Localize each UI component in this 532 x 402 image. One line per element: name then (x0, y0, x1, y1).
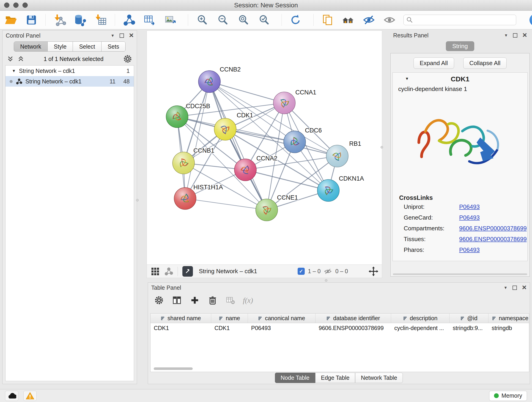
splitter-handle[interactable] (325, 279, 327, 282)
panel-close-icon[interactable]: × (522, 283, 526, 291)
table-row[interactable]: CDK1 CDK1 P06493 9606.ENSP00000378699 cy… (151, 323, 529, 333)
network-node-hist1h1a[interactable] (174, 187, 196, 210)
column-header[interactable]: database identifier (316, 313, 391, 323)
chevrons-down-icon[interactable] (7, 56, 13, 62)
column-header[interactable]: description (391, 313, 450, 323)
hidden-eye-slash-icon[interactable] (324, 267, 332, 275)
network-node-cdc25b[interactable] (166, 106, 188, 128)
home-button[interactable] (342, 13, 355, 27)
tab-select[interactable]: Select (73, 42, 101, 51)
column-header[interactable]: shared name (151, 313, 211, 323)
toggle-columns-button[interactable] (171, 295, 182, 306)
zoom-in-button[interactable] (196, 13, 209, 27)
zoom-out-button[interactable] (216, 13, 229, 27)
grid-view-icon[interactable] (151, 267, 160, 276)
network-node-ccna1[interactable] (273, 92, 295, 114)
import-network-database-button[interactable] (74, 13, 87, 27)
genecard-link[interactable]: P06493 (459, 214, 480, 221)
add-column-button[interactable] (189, 295, 200, 306)
horizontal-scrollbar[interactable] (154, 367, 193, 370)
panel-close-icon[interactable]: × (129, 31, 133, 39)
refresh-button[interactable] (289, 13, 302, 27)
network-view-icon[interactable] (164, 267, 173, 276)
network-edge[interactable] (185, 82, 209, 198)
zoom-window-button[interactable] (22, 2, 28, 8)
export-image-button[interactable] (164, 13, 177, 27)
panel-collapse-icon[interactable]: ▼ (111, 34, 114, 38)
network-node-cdk1[interactable] (214, 118, 236, 140)
save-session-button[interactable] (25, 13, 38, 27)
tab-string[interactable]: String (446, 41, 474, 51)
cell-namespace[interactable]: stringdb (488, 325, 529, 332)
network-node-ccna2[interactable] (234, 159, 256, 181)
function-builder-button[interactable]: f(x) (243, 296, 253, 305)
network-node-rb1[interactable] (326, 145, 348, 167)
chevrons-up-icon[interactable] (18, 56, 24, 62)
minimize-window-button[interactable] (13, 2, 19, 8)
cell-shared-name[interactable]: CDK1 (151, 325, 211, 332)
help-button[interactable]: ? (530, 14, 532, 26)
cloud-button[interactable] (5, 391, 18, 401)
column-header[interactable]: @id (450, 313, 488, 323)
splitter-handle[interactable] (380, 146, 383, 148)
new-network-button[interactable] (122, 13, 136, 27)
table-settings-button[interactable] (153, 295, 165, 306)
gear-icon[interactable] (123, 54, 132, 64)
duplicate-document-button[interactable] (321, 13, 334, 27)
selected-checkbox-icon[interactable]: ✓ (298, 268, 305, 275)
compartments-link[interactable]: 9606.ENSP00000378699 (459, 225, 527, 232)
zoom-selected-button[interactable] (257, 13, 271, 27)
panel-collapse-icon[interactable]: ▼ (504, 33, 508, 37)
search-input[interactable] (404, 15, 516, 25)
panel-float-icon[interactable] (120, 33, 124, 38)
column-header[interactable]: namespace (488, 313, 529, 323)
zoom-fit-button[interactable] (237, 13, 250, 27)
results-scrollbar[interactable] (393, 274, 527, 275)
panel-collapse-icon[interactable]: ▼ (504, 286, 507, 290)
collapse-icon[interactable]: ▼ (12, 69, 16, 73)
cell-database-identifier[interactable]: 9606.ENSP00000378699 (316, 325, 391, 332)
open-session-button[interactable] (4, 13, 17, 27)
close-window-button[interactable] (4, 2, 9, 8)
network-node-cdkn1a[interactable] (317, 179, 339, 201)
cell-id[interactable]: stringdb:9... (450, 325, 488, 332)
delete-table-button[interactable] (225, 295, 236, 306)
network-node-ccne1[interactable] (256, 199, 278, 221)
network-row[interactable]: String Network – cdk1 11 48 (6, 76, 134, 87)
tab-network[interactable]: Network (14, 42, 48, 51)
collapse-all-button[interactable]: Collapse All (463, 57, 507, 69)
network-edge[interactable] (209, 82, 267, 210)
network-canvas[interactable]: CCNB2CCNA1CDC25BCDK1CDC6RB1CCNB1CCNA2CDK… (147, 31, 382, 264)
panel-float-icon[interactable] (513, 33, 517, 38)
crosshair-icon[interactable] (369, 267, 378, 276)
tab-edge-table[interactable]: Edge Table (315, 373, 355, 383)
column-header[interactable]: canonical name (248, 313, 316, 323)
import-network-file-button[interactable] (53, 13, 66, 27)
tab-style[interactable]: Style (48, 42, 73, 51)
cell-name[interactable]: CDK1 (211, 325, 248, 332)
memory-button[interactable]: Memory (489, 391, 527, 401)
expand-all-button[interactable]: Expand All (413, 57, 454, 69)
column-header[interactable]: name (211, 313, 248, 323)
delete-column-button[interactable] (207, 295, 218, 306)
gene-collapse-icon[interactable]: ▼ (405, 77, 409, 81)
hide-selected-button[interactable] (362, 13, 375, 27)
tissues-link[interactable]: 9606.ENSP00000378699 (459, 236, 527, 243)
cell-canonical-name[interactable]: P06493 (248, 325, 316, 332)
tab-sets[interactable]: Sets (101, 42, 125, 51)
splitter-handle[interactable] (136, 199, 139, 201)
panel-close-icon[interactable]: × (522, 31, 527, 39)
navigator-button[interactable] (182, 266, 193, 277)
tab-node-table[interactable]: Node Table (275, 373, 315, 383)
uniprot-link[interactable]: P06493 (459, 203, 480, 211)
tab-network-table[interactable]: Network Table (355, 373, 403, 383)
network-edge[interactable] (185, 198, 267, 210)
show-hidden-button[interactable] (383, 13, 396, 27)
warning-button[interactable] (23, 391, 37, 401)
import-table-button[interactable] (94, 13, 108, 27)
network-node-ccnb1[interactable] (172, 152, 195, 174)
export-network-button[interactable] (143, 13, 156, 27)
pharos-link[interactable]: P06493 (459, 246, 480, 254)
network-node-cdc6[interactable] (284, 131, 306, 153)
network-collection-row[interactable]: ▼ String Network – cdk1 1 (6, 65, 134, 76)
